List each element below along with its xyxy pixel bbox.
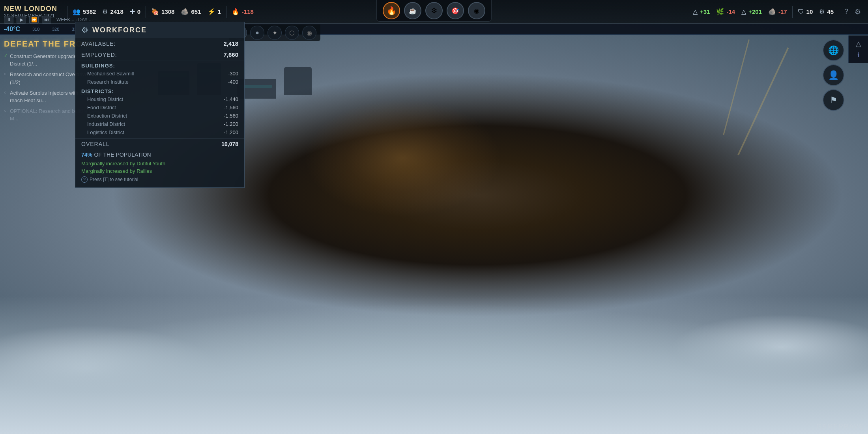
watermark: GAMERRAVE bbox=[816, 423, 864, 430]
workforce-employed-row: EMPLOYED: 7,660 bbox=[75, 49, 244, 60]
city-glow bbox=[304, 99, 501, 217]
temp-tick-1: 310 bbox=[26, 27, 46, 32]
population-section: 👥 5382 bbox=[73, 8, 96, 15]
hud-divider-5 bbox=[839, 6, 839, 18]
workforce-gear-icon: ⚙ bbox=[81, 25, 88, 35]
district-housing-value: -1,440 bbox=[224, 96, 238, 102]
question-icon: ? bbox=[844, 7, 848, 16]
faith-icon: △ bbox=[693, 8, 698, 15]
district-industrial-label: Industrial District bbox=[87, 121, 125, 127]
workforce-header: ⚙ WORKFORCE bbox=[75, 22, 244, 38]
heat-change-value: -118 bbox=[242, 8, 254, 15]
panel-arrow-btn[interactable]: △ bbox=[856, 39, 861, 48]
snowflake-mode-btn[interactable]: ❄ bbox=[425, 2, 443, 19]
flag-btn[interactable]: ⚑ bbox=[823, 89, 844, 111]
materials-icon: 🪨 bbox=[181, 8, 189, 15]
material-change-icon: 🪨 bbox=[768, 8, 776, 15]
question-btn[interactable]: ? bbox=[844, 7, 848, 16]
sick-section: ✚ 0 bbox=[130, 8, 140, 15]
district-housing-row: Housing District -1,440 bbox=[75, 95, 244, 103]
food-change-icon: 🌿 bbox=[716, 8, 724, 15]
district-industrial-row: Industrial District -1,200 bbox=[75, 120, 244, 128]
hud-divider-4 bbox=[792, 6, 793, 18]
food-section: 🍖 1308 bbox=[151, 8, 174, 15]
district-industrial-value: -1,200 bbox=[224, 121, 238, 127]
workforce-panel: ⚙ WORKFORCE AVAILABLE: 2,418 EMPLOYED: 7… bbox=[75, 22, 245, 188]
pause-btn[interactable]: ⏸ bbox=[4, 16, 13, 24]
target-mode-btn[interactable]: 🎯 bbox=[447, 2, 464, 19]
right-buttons: 🌐 👤 ⚑ bbox=[823, 39, 844, 111]
panel-info-btn[interactable]: ℹ bbox=[857, 51, 860, 59]
population-icon: 👥 bbox=[73, 8, 80, 15]
district-housing-label: Housing District bbox=[87, 96, 123, 102]
unknown-mode-btn[interactable]: ◉ bbox=[468, 2, 485, 19]
district-logistics-row: Logistics District -1,200 bbox=[75, 128, 244, 137]
sick-value: 0 bbox=[137, 8, 140, 15]
faith-change-value: +31 bbox=[700, 8, 710, 15]
building-sawmill-label: Mechanised Sawmill bbox=[87, 71, 134, 77]
tech-icon: ⚙ bbox=[819, 8, 825, 15]
building-research-value: -400 bbox=[228, 79, 238, 85]
shield-value: 10 bbox=[806, 8, 813, 15]
hud-divider-2 bbox=[146, 6, 146, 18]
globe-btn[interactable]: 🌐 bbox=[823, 39, 844, 61]
view-btn-4[interactable]: ⬡ bbox=[285, 26, 299, 40]
building-sawmill-value: -300 bbox=[228, 71, 238, 77]
gear-section: ⚙ 45 bbox=[819, 8, 834, 15]
coffee-mode-btn[interactable]: ☕ bbox=[404, 2, 421, 19]
heat-icon: 🔥 bbox=[232, 8, 239, 15]
building-sawmill-row: Mechanised Sawmill -300 bbox=[75, 69, 244, 78]
shield-icon: 🛡 bbox=[798, 8, 804, 15]
district-logistics-label: Logistics District bbox=[87, 129, 124, 135]
ultra-fast-btn[interactable]: ⏭ bbox=[42, 16, 51, 24]
workers-section: ⚙ 2418 bbox=[102, 8, 123, 15]
food-change-value: -14 bbox=[726, 8, 735, 15]
workforce-available-row: AVAILABLE: 2,418 bbox=[75, 38, 244, 49]
settings-icon: ⚙ bbox=[855, 7, 861, 16]
center-icon-row: 🔥 ☕ ❄ 🎯 ◉ bbox=[376, 0, 492, 22]
play-btn[interactable]: ▶ bbox=[17, 16, 26, 24]
modifier-rallies: Marginally increased by Rallies bbox=[75, 167, 244, 175]
materials-value: 651 bbox=[191, 8, 201, 15]
heat-change-section: 🔥 -118 bbox=[232, 8, 254, 15]
tutorial-text: Press [T] to see tutorial bbox=[90, 177, 138, 182]
steam-cores-value: 1 bbox=[218, 8, 221, 15]
district-extraction-label: Extraction District bbox=[87, 113, 127, 119]
employed-label: EMPLOYED: bbox=[81, 52, 117, 58]
district-logistics-value: -1,200 bbox=[224, 129, 238, 135]
settings-btn[interactable]: ⚙ bbox=[855, 7, 861, 16]
materials-section: 🪨 651 bbox=[181, 8, 201, 15]
view-btn-5[interactable]: ◉ bbox=[302, 26, 316, 40]
fire-mode-btn[interactable]: 🔥 bbox=[383, 2, 400, 19]
food-value: 1308 bbox=[161, 8, 174, 15]
workers-icon: ⚙ bbox=[102, 8, 108, 15]
view-btn-2[interactable]: ● bbox=[250, 26, 264, 40]
tutorial-icon: ? bbox=[81, 176, 88, 183]
building-research-row: Research Institute -400 bbox=[75, 78, 244, 86]
material-change-section: 🪨 -17 bbox=[768, 8, 787, 15]
buildings-section-header: BUILDINGS: bbox=[75, 60, 244, 69]
material-change-value: -17 bbox=[778, 8, 787, 15]
right-panel: △ ℹ bbox=[848, 36, 868, 63]
steam-cores-section: ⚡ 1 bbox=[208, 8, 221, 15]
person-right-btn[interactable]: 👤 bbox=[823, 64, 844, 86]
center-hud: 🔥 ☕ ❄ 🎯 ◉ bbox=[376, 0, 492, 22]
temp-tick-2: 320 bbox=[46, 27, 65, 32]
workers-value: 2418 bbox=[110, 8, 123, 15]
district-food-label: Food District bbox=[87, 105, 116, 110]
food-icon: 🍖 bbox=[151, 8, 159, 15]
districts-section-header: DISTRICTS: bbox=[75, 86, 244, 95]
gear-value: 45 bbox=[827, 8, 834, 15]
available-label: AVAILABLE: bbox=[81, 41, 116, 47]
employed-value: 7,660 bbox=[223, 51, 238, 58]
overall-label: OVERALL bbox=[81, 141, 110, 147]
view-btn-3[interactable]: ✦ bbox=[268, 26, 282, 40]
steam-core-icon: ⚡ bbox=[208, 8, 215, 15]
workforce-percent-row: 74% OF THE POPULATION bbox=[75, 150, 244, 160]
modifier-dutiful-youth: Marginally increased by Dutiful Youth bbox=[75, 160, 244, 167]
available-value: 2,418 bbox=[223, 40, 238, 47]
fast-forward-btn[interactable]: ⏩ bbox=[29, 16, 39, 24]
tutorial-hint: ? Press [T] to see tutorial bbox=[75, 175, 244, 184]
workforce-percent: 74% bbox=[81, 152, 92, 158]
hud-divider-3 bbox=[226, 6, 226, 18]
